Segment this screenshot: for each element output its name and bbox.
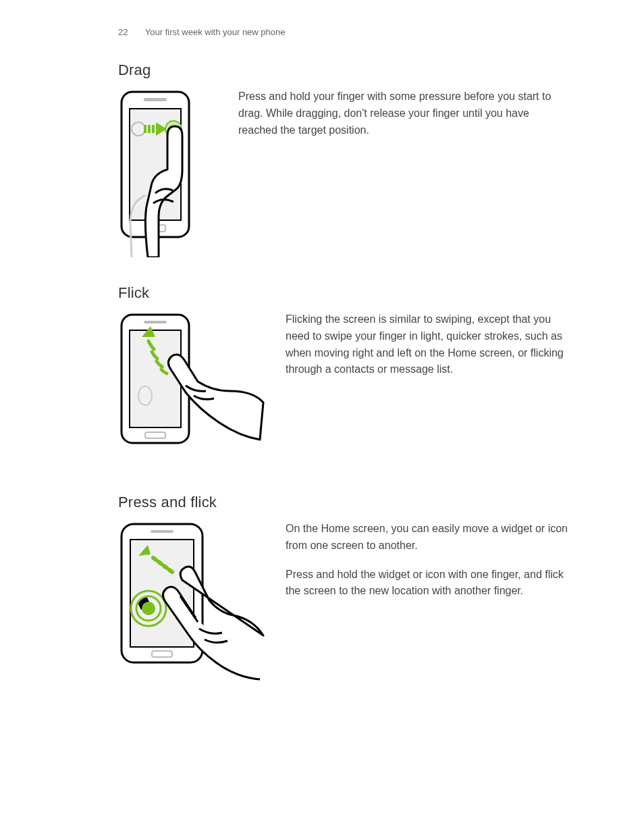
section-description: On the Home screen, you can easily move …	[286, 521, 570, 612]
chapter-title: Your first week with your new phone	[145, 27, 286, 37]
svg-rect-5	[144, 125, 146, 133]
section-description: Press and hold your finger with some pre…	[238, 88, 570, 151]
flick-gesture-icon	[118, 311, 267, 467]
page-number: 22	[118, 27, 128, 37]
section-title: Flick	[118, 284, 570, 302]
paragraph: On the Home screen, you can easily move …	[286, 521, 570, 554]
paragraph: Flicking the screen is similar to swipin…	[286, 311, 570, 378]
section-press-and-flick: Press and flick	[118, 494, 570, 696]
drag-gesture-icon	[118, 88, 219, 257]
svg-rect-12	[144, 321, 167, 323]
svg-rect-11	[130, 330, 181, 427]
paragraph: Press and hold the widget or icon with o…	[286, 567, 570, 600]
svg-point-21	[142, 602, 155, 615]
press-and-flick-gesture-icon	[118, 521, 267, 696]
svg-rect-6	[148, 125, 151, 133]
svg-rect-2	[144, 98, 167, 101]
page-header: 22 Your first week with your new phone	[118, 27, 570, 37]
paragraph: Press and hold your finger with some pre…	[238, 88, 570, 138]
section-title: Press and flick	[118, 494, 570, 511]
section-flick: Flick	[118, 284, 570, 467]
manual-page: 22 Your first week with your new phone D…	[0, 0, 644, 834]
section-drag: Drag	[118, 61, 570, 257]
section-title: Drag	[118, 61, 570, 79]
svg-rect-18	[151, 530, 173, 533]
section-description: Flicking the screen is similar to swipin…	[286, 311, 570, 390]
svg-rect-7	[152, 125, 155, 133]
